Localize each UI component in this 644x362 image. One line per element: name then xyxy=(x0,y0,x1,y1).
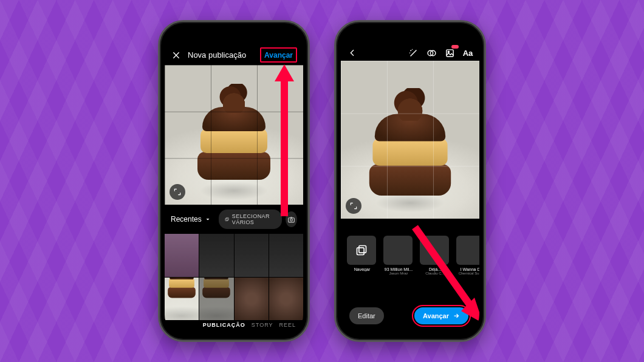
camera-button[interactable] xyxy=(286,211,297,227)
next-link[interactable]: Avançar xyxy=(264,51,293,60)
music-title: I Wanna Do xyxy=(456,267,479,272)
source-picker-bar: Recentes SELECIONAR VÁRIOS xyxy=(165,205,303,234)
post-type-tabs: PUBLICAÇÃO STORY REEL xyxy=(203,322,296,328)
source-dropdown[interactable]: Recentes xyxy=(171,215,211,224)
music-artist: Chemical Surf... xyxy=(456,272,479,275)
music-suggestions: Navegar 93 Million Mil... Jason Mraz Déj… xyxy=(341,230,479,279)
next-button-label: Avançar xyxy=(423,312,449,319)
svg-rect-0 xyxy=(226,217,228,220)
phone-right: Aa Navegar 93 Million Mil... xyxy=(334,20,486,342)
photo-preview[interactable] xyxy=(341,61,479,219)
page-title: Nova publicação xyxy=(188,50,246,60)
screen-edit-post: Aa Navegar 93 Million Mil... xyxy=(341,27,479,335)
svg-rect-1 xyxy=(225,219,228,221)
gallery-thumb[interactable] xyxy=(269,278,303,321)
header: Aa xyxy=(341,45,479,61)
music-item[interactable]: I Wanna Do Chemical Surf... xyxy=(456,236,479,275)
gallery-thumb[interactable] xyxy=(269,234,303,277)
expand-button[interactable] xyxy=(170,184,185,200)
browse-icon xyxy=(347,236,376,265)
svg-rect-9 xyxy=(357,248,365,255)
music-title: Déjà... xyxy=(420,267,450,272)
source-label: Recentes xyxy=(171,215,202,224)
back-icon[interactable] xyxy=(347,47,358,58)
svg-rect-8 xyxy=(359,246,366,253)
highlight-next: Avançar xyxy=(260,47,297,63)
music-item[interactable]: 93 Million Mil... Jason Mraz xyxy=(383,236,414,275)
music-artist: Claudio C... xyxy=(420,272,450,275)
album-cover xyxy=(420,236,449,265)
gallery-thumb[interactable] xyxy=(235,278,269,321)
tab-story[interactable]: STORY xyxy=(252,322,273,328)
crop-grid xyxy=(165,65,303,205)
gallery-thumb[interactable] xyxy=(165,234,199,277)
svg-rect-6 xyxy=(446,49,453,56)
photo-preview[interactable] xyxy=(165,65,303,205)
effects-icon[interactable] xyxy=(408,47,419,58)
crop-grid xyxy=(341,61,479,219)
album-cover xyxy=(456,236,479,265)
music-browse[interactable]: Navegar xyxy=(347,236,377,275)
svg-point-3 xyxy=(290,219,293,221)
gallery-icon[interactable] xyxy=(444,47,455,58)
expand-button[interactable] xyxy=(346,198,361,214)
edit-button[interactable]: Editar xyxy=(349,307,384,324)
stack-icon xyxy=(225,216,229,222)
notch xyxy=(386,29,434,43)
gallery-thumb-selected[interactable] xyxy=(165,278,199,321)
gallery-thumb[interactable] xyxy=(235,234,269,277)
camera-icon xyxy=(287,216,295,224)
gallery-thumb[interactable] xyxy=(199,278,233,321)
header: Nova publicação Avançar xyxy=(165,45,303,65)
screen-new-post: Nova publicação Avançar Recentes SEL xyxy=(165,27,303,335)
music-title: Navegar xyxy=(347,267,377,272)
music-artist: Jason Mraz xyxy=(383,272,414,275)
svg-point-7 xyxy=(448,51,449,52)
next-button[interactable]: Avançar xyxy=(414,307,468,324)
music-title: 93 Million Mil... xyxy=(383,267,414,272)
tab-reel[interactable]: REEL xyxy=(279,322,296,328)
highlight-next: Avançar xyxy=(412,305,471,327)
select-multiple-label: SELECIONAR VÁRIOS xyxy=(232,213,276,225)
close-icon[interactable] xyxy=(171,50,182,61)
photo-gallery xyxy=(165,234,303,320)
tab-post[interactable]: PUBLICAÇÃO xyxy=(203,322,245,328)
text-icon[interactable]: Aa xyxy=(462,47,473,58)
music-item[interactable]: Déjà... Claudio C... xyxy=(420,236,450,275)
overlap-icon[interactable] xyxy=(426,47,437,58)
chevron-down-icon xyxy=(204,216,211,223)
album-cover xyxy=(383,236,413,265)
select-multiple-button[interactable]: SELECIONAR VÁRIOS xyxy=(219,210,282,229)
gallery-thumb[interactable] xyxy=(199,234,233,277)
arrow-right-icon xyxy=(453,312,460,319)
notch xyxy=(210,29,258,43)
bottom-action-bar: Editar Avançar xyxy=(341,305,479,327)
phone-left: Nova publicação Avançar Recentes SEL xyxy=(158,20,310,342)
